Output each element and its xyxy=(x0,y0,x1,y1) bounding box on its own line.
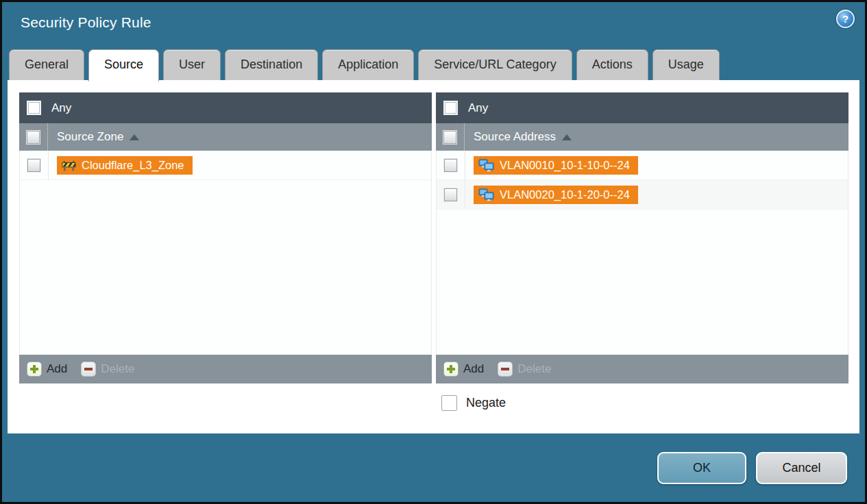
sort-ascending-icon xyxy=(130,134,139,140)
table-row[interactable]: VLAN0010_10-1-10-0--24 xyxy=(437,151,848,180)
source-address-panel: Any Source Address xyxy=(436,92,848,383)
address-entry[interactable]: VLAN0010_10-1-10-0--24 xyxy=(474,156,638,175)
add-address-button[interactable]: Add xyxy=(443,362,484,377)
source-zone-any-header: Any xyxy=(19,92,432,123)
address-icon xyxy=(478,159,494,172)
source-address-column-label: Source Address xyxy=(474,130,556,144)
tab-bar: General Source User Destination Applicat… xyxy=(2,43,865,80)
source-zone-panel: Any Source Zone xyxy=(19,92,432,383)
tab-source[interactable]: Source xyxy=(88,49,159,81)
source-zone-list: Cloudflare_L3_Zone xyxy=(19,151,432,355)
source-zone-select-all-checkbox[interactable] xyxy=(27,131,40,144)
dialog-title: Security Policy Rule xyxy=(21,14,151,31)
source-address-select-all-checkbox[interactable] xyxy=(443,131,456,144)
source-zone-any-checkbox[interactable] xyxy=(27,101,41,115)
dialog-footer: OK Cancel xyxy=(2,433,865,502)
row-checkbox[interactable] xyxy=(444,159,457,172)
help-icon[interactable]: ? xyxy=(836,10,855,28)
add-zone-button[interactable]: Add xyxy=(27,362,67,377)
source-address-any-checkbox[interactable] xyxy=(443,101,458,115)
tab-destination[interactable]: Destination xyxy=(225,49,318,80)
address-icon xyxy=(478,188,494,201)
source-address-column-header[interactable]: Source Address xyxy=(436,123,848,151)
table-row[interactable]: VLAN0020_10-1-20-0--24 xyxy=(437,180,848,210)
source-address-toolbar: Add Delete xyxy=(436,355,848,383)
delete-zone-button[interactable]: Delete xyxy=(81,362,134,377)
add-icon xyxy=(27,362,42,377)
source-zone-column-label: Source Zone xyxy=(57,130,123,144)
tab-user[interactable]: User xyxy=(163,49,221,80)
add-icon xyxy=(443,362,459,377)
tab-general[interactable]: General xyxy=(9,49,84,80)
address-entry[interactable]: VLAN0020_10-1-20-0--24 xyxy=(474,186,638,204)
source-zone-column-header[interactable]: Source Zone xyxy=(19,123,432,151)
negate-label: Negate xyxy=(466,396,506,410)
negate-row: Negate xyxy=(441,395,859,411)
zone-entry-label: Cloudflare_L3_Zone xyxy=(82,159,184,172)
source-tab-content: Any Source Zone xyxy=(8,80,859,433)
delete-icon xyxy=(81,362,96,377)
delete-icon xyxy=(498,362,513,377)
row-checkbox[interactable] xyxy=(444,188,457,201)
delete-address-button[interactable]: Delete xyxy=(498,362,551,377)
source-zone-toolbar: Add Delete xyxy=(19,355,432,383)
tab-actions[interactable]: Actions xyxy=(576,49,648,80)
address-entry-label: VLAN0020_10-1-20-0--24 xyxy=(500,188,630,201)
source-zone-any-label: Any xyxy=(51,101,71,115)
source-address-any-label: Any xyxy=(468,101,488,115)
address-entry-label: VLAN0010_10-1-10-0--24 xyxy=(500,159,630,172)
ok-button[interactable]: OK xyxy=(657,452,746,484)
source-address-any-header: Any xyxy=(436,92,848,123)
tab-service-url-category[interactable]: Service/URL Category xyxy=(418,49,572,80)
zone-icon xyxy=(62,160,76,171)
dialog-titlebar: Security Policy Rule ? xyxy=(2,2,865,43)
zone-entry[interactable]: Cloudflare_L3_Zone xyxy=(57,156,193,175)
negate-checkbox[interactable] xyxy=(441,395,457,411)
cancel-button[interactable]: Cancel xyxy=(756,452,847,484)
tab-application[interactable]: Application xyxy=(322,49,414,80)
source-address-list: VLAN0010_10-1-10-0--24 xyxy=(436,151,848,355)
table-row[interactable]: Cloudflare_L3_Zone xyxy=(20,151,431,180)
sort-ascending-icon xyxy=(562,134,572,140)
security-policy-rule-dialog: Security Policy Rule ? General Source Us… xyxy=(0,0,867,504)
row-checkbox[interactable] xyxy=(27,159,40,172)
tab-usage[interactable]: Usage xyxy=(652,49,720,80)
